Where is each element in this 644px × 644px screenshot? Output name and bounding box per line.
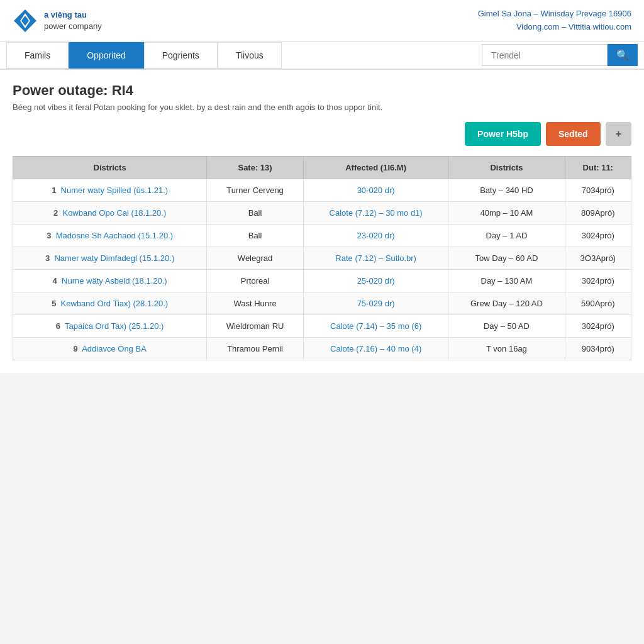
table-cell-3-3: Tow Day – 60 AD (448, 247, 565, 269)
table-row: 4 Nurne wäty Asbeld (18.1.20.)Prtoreal25… (13, 269, 631, 292)
nav-search: 🔍 (482, 44, 638, 66)
table-cell-5-4: 590Apró) (565, 292, 631, 314)
table-cell-1-4: 809Apró) (565, 201, 631, 224)
table-header-row: Districts Sate: 13) Affected (1I6.M) Dis… (13, 156, 631, 179)
page-title: Power outage: RI4 (13, 82, 631, 99)
table-cell-2-1: Ball (207, 224, 304, 247)
table-cell-2-3: Day – 1 AD (448, 224, 565, 247)
header-info-line1: Gimel Sa Jona – Winisday Prevage 16906 (478, 8, 631, 21)
tab-famils[interactable]: Famils (6, 42, 69, 69)
table-cell-0-3: Baty – 340 HD (448, 179, 565, 201)
header-info-line2: Vidong.com – Vittitia witiou.com (478, 21, 631, 34)
table-cell-4-0: 4 Nurne wäty Asbeld (18.1.20.) (13, 269, 207, 292)
table-row: 9 Addiavce Ong BAThramou PernilCalote (7… (13, 337, 631, 360)
outage-table: Districts Sate: 13) Affected (1I6.M) Dis… (13, 156, 631, 360)
table-cell-0-1: Turner Cerveng (207, 179, 304, 201)
table-cell-1-2: Calote (7.12) – 30 mo d1) (303, 201, 448, 224)
table-cell-5-0: 5 Kewband Ord Tiax) (28.1.20.) (13, 292, 207, 314)
tab-tiivous[interactable]: Tiivous (218, 42, 282, 69)
table-cell-0-0: 1 Numer waty Spilled (ûs.1.21.) (13, 179, 207, 201)
logo-area: a viêng tau power company (13, 8, 102, 33)
logo-line2: power company (44, 21, 102, 32)
table-cell-5-1: Wast Hunre (207, 292, 304, 314)
table-cell-6-1: Wieldroman RU (207, 314, 304, 337)
table-cell-6-2: Calote (7.14) – 35 mo (6) (303, 314, 448, 337)
table-row: 3 Namer waty Dimfadegl (15.1.20.)Welegra… (13, 247, 631, 269)
table-cell-6-3: Day – 50 AD (448, 314, 565, 337)
table-cell-5-3: Grew Day – 120 AD (448, 292, 565, 314)
table-cell-0-2: 30-020 dr) (303, 179, 448, 201)
col-header-affected: Affected (1I6.M) (303, 156, 448, 179)
table-cell-3-4: 3O3Apró) (565, 247, 631, 269)
table-cell-7-3: T von 16ag (448, 337, 565, 360)
table-cell-2-2: 23-020 dr) (303, 224, 448, 247)
table-cell-1-1: Ball (207, 201, 304, 224)
search-input[interactable] (482, 44, 608, 66)
table-cell-2-4: 3024pró) (565, 224, 631, 247)
col-header-dut: Dut: 11: (565, 156, 631, 179)
logo-line1: a viêng tau (44, 10, 87, 19)
table-wrapper: Districts Sate: 13) Affected (1I6.M) Dis… (13, 156, 631, 360)
table-row: 6 Tapaica Ord Tax) (25.1.20.)Wieldroman … (13, 314, 631, 337)
logo-icon (13, 8, 38, 33)
table-cell-3-2: Rate (7.12) – Sutlo.br) (303, 247, 448, 269)
nav-bar: Famils Opporited Pogrients Tiivous 🔍 (0, 42, 644, 70)
table-cell-0-4: 7034pró) (565, 179, 631, 201)
header-info: Gimel Sa Jona – Winisday Prevage 16906 V… (478, 8, 631, 34)
header: a viêng tau power company Gimel Sa Jona … (0, 0, 644, 42)
tab-opporited[interactable]: Opporited (69, 42, 143, 69)
sedted-button[interactable]: Sedted (546, 122, 601, 146)
table-cell-7-4: 9034pró) (565, 337, 631, 360)
table-cell-4-1: Prtoreal (207, 269, 304, 292)
add-button[interactable]: + (606, 122, 631, 146)
search-button[interactable]: 🔍 (608, 44, 638, 66)
table-cell-7-0: 9 Addiavce Ong BA (13, 337, 207, 360)
table-row: 1 Numer waty Spilled (ûs.1.21.)Turner Ce… (13, 179, 631, 201)
logo-text: a viêng tau power company (44, 9, 102, 32)
table-cell-7-2: Calote (7.16) – 40 mo (4) (303, 337, 448, 360)
page-content: Power outage: RI4 Béeg not vibes it fera… (0, 70, 644, 373)
table-row: 5 Kewband Ord Tiax) (28.1.20.)Wast Hunre… (13, 292, 631, 314)
table-cell-5-2: 75-029 dr) (303, 292, 448, 314)
col-header-districts2: Districts (448, 156, 565, 179)
col-header-sate: Sate: 13) (207, 156, 304, 179)
table-cell-3-1: Welegrad (207, 247, 304, 269)
table-cell-4-3: Day – 130 AM (448, 269, 565, 292)
action-row: Power H5bp Sedted + (13, 122, 631, 146)
table-cell-6-4: 3024pró) (565, 314, 631, 337)
table-cell-4-2: 25-020 dr) (303, 269, 448, 292)
tab-pogrients[interactable]: Pogrients (144, 42, 218, 69)
table-cell-4-4: 3024pró) (565, 269, 631, 292)
table-cell-2-0: 3 Madosne Sh Aachaod (15.1.20.) (13, 224, 207, 247)
table-cell-6-0: 6 Tapaica Ord Tax) (25.1.20.) (13, 314, 207, 337)
table-cell-1-0: 2 Kowband Opo Cal (18.1.20.) (13, 201, 207, 224)
table-row: 2 Kowband Opo Cal (18.1.20.)BallCalote (… (13, 201, 631, 224)
table-cell-7-1: Thramou Pernil (207, 337, 304, 360)
table-row: 3 Madosne Sh Aachaod (15.1.20.)Ball23-02… (13, 224, 631, 247)
col-header-districts: Districts (13, 156, 207, 179)
page-description: Béeg not vibes it feral Potan pooking fo… (13, 103, 631, 112)
table-cell-3-0: 3 Namer waty Dimfadegl (15.1.20.) (13, 247, 207, 269)
table-cell-1-3: 40mp – 10 AM (448, 201, 565, 224)
power-h5bp-button[interactable]: Power H5bp (465, 122, 541, 146)
